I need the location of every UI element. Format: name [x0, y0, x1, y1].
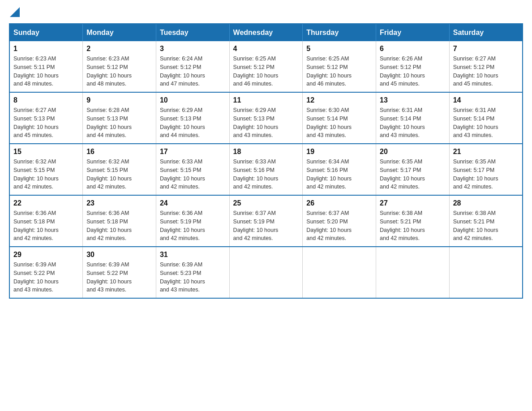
- calendar-week-row: 8 Sunrise: 6:27 AM Sunset: 5:13 PM Dayli…: [9, 92, 523, 144]
- calendar-week-row: 29 Sunrise: 6:39 AM Sunset: 5:22 PM Dayl…: [9, 247, 523, 298]
- calendar-week-row: 22 Sunrise: 6:36 AM Sunset: 5:18 PM Dayl…: [9, 195, 523, 247]
- day-number: 20: [380, 148, 446, 156]
- day-info: Sunrise: 6:31 AM Sunset: 5:14 PM Dayligh…: [380, 106, 446, 140]
- calendar-cell: 3 Sunrise: 6:24 AM Sunset: 5:12 PM Dayli…: [156, 41, 229, 92]
- calendar-cell: 10 Sunrise: 6:29 AM Sunset: 5:13 PM Dayl…: [156, 92, 229, 144]
- calendar-cell: 13 Sunrise: 6:31 AM Sunset: 5:14 PM Dayl…: [376, 92, 450, 144]
- day-number: 17: [160, 148, 226, 156]
- col-header-saturday: Saturday: [449, 24, 523, 41]
- day-number: 24: [160, 199, 226, 207]
- day-info: Sunrise: 6:37 AM Sunset: 5:20 PM Dayligh…: [306, 209, 372, 243]
- calendar-cell: 18 Sunrise: 6:33 AM Sunset: 5:16 PM Dayl…: [229, 144, 303, 195]
- day-info: Sunrise: 6:24 AM Sunset: 5:12 PM Dayligh…: [160, 55, 226, 88]
- day-info: Sunrise: 6:27 AM Sunset: 5:13 PM Dayligh…: [13, 106, 79, 140]
- calendar-cell: 1 Sunrise: 6:23 AM Sunset: 5:11 PM Dayli…: [9, 41, 83, 92]
- calendar-cell: 27 Sunrise: 6:38 AM Sunset: 5:21 PM Dayl…: [376, 195, 450, 247]
- day-info: Sunrise: 6:33 AM Sunset: 5:16 PM Dayligh…: [233, 158, 299, 191]
- calendar-cell: [376, 247, 450, 298]
- calendar-cell: 16 Sunrise: 6:32 AM Sunset: 5:15 PM Dayl…: [83, 144, 156, 195]
- calendar-cell: 14 Sunrise: 6:31 AM Sunset: 5:14 PM Dayl…: [449, 92, 523, 144]
- day-info: Sunrise: 6:38 AM Sunset: 5:21 PM Dayligh…: [453, 209, 519, 243]
- calendar-cell: 2 Sunrise: 6:23 AM Sunset: 5:12 PM Dayli…: [83, 41, 156, 92]
- day-number: 13: [380, 96, 446, 104]
- calendar-cell: 6 Sunrise: 6:26 AM Sunset: 5:12 PM Dayli…: [376, 41, 450, 92]
- calendar-cell: 5 Sunrise: 6:25 AM Sunset: 5:12 PM Dayli…: [303, 41, 376, 92]
- calendar-cell: 21 Sunrise: 6:35 AM Sunset: 5:17 PM Dayl…: [449, 144, 523, 195]
- day-info: Sunrise: 6:27 AM Sunset: 5:12 PM Dayligh…: [453, 55, 519, 88]
- svg-marker-0: [10, 7, 20, 17]
- col-header-wednesday: Wednesday: [229, 24, 303, 41]
- day-number: 7: [453, 45, 519, 53]
- calendar-cell: 17 Sunrise: 6:33 AM Sunset: 5:15 PM Dayl…: [156, 144, 229, 195]
- day-info: Sunrise: 6:35 AM Sunset: 5:17 PM Dayligh…: [380, 158, 446, 191]
- col-header-friday: Friday: [376, 24, 450, 41]
- day-number: 18: [233, 148, 299, 156]
- col-header-monday: Monday: [83, 24, 156, 41]
- day-info: Sunrise: 6:32 AM Sunset: 5:15 PM Dayligh…: [86, 158, 152, 191]
- day-info: Sunrise: 6:29 AM Sunset: 5:13 PM Dayligh…: [160, 106, 226, 140]
- calendar-week-row: 15 Sunrise: 6:32 AM Sunset: 5:15 PM Dayl…: [9, 144, 523, 195]
- calendar-cell: 30 Sunrise: 6:39 AM Sunset: 5:22 PM Dayl…: [83, 247, 156, 298]
- day-number: 12: [306, 96, 372, 104]
- calendar-week-row: 1 Sunrise: 6:23 AM Sunset: 5:11 PM Dayli…: [9, 41, 523, 92]
- day-info: Sunrise: 6:39 AM Sunset: 5:23 PM Dayligh…: [160, 261, 226, 294]
- calendar-cell: 29 Sunrise: 6:39 AM Sunset: 5:22 PM Dayl…: [9, 247, 83, 298]
- day-info: Sunrise: 6:26 AM Sunset: 5:12 PM Dayligh…: [380, 55, 446, 88]
- calendar-cell: 31 Sunrise: 6:39 AM Sunset: 5:23 PM Dayl…: [156, 247, 229, 298]
- day-info: Sunrise: 6:34 AM Sunset: 5:16 PM Dayligh…: [306, 158, 372, 191]
- day-number: 2: [86, 45, 152, 53]
- day-number: 29: [13, 251, 79, 259]
- calendar-cell: 19 Sunrise: 6:34 AM Sunset: 5:16 PM Dayl…: [303, 144, 376, 195]
- col-header-thursday: Thursday: [303, 24, 376, 41]
- day-number: 1: [13, 45, 79, 53]
- day-info: Sunrise: 6:39 AM Sunset: 5:22 PM Dayligh…: [13, 261, 79, 294]
- day-number: 8: [13, 96, 79, 104]
- calendar-cell: 11 Sunrise: 6:29 AM Sunset: 5:13 PM Dayl…: [229, 92, 303, 144]
- day-number: 11: [233, 96, 299, 104]
- day-info: Sunrise: 6:39 AM Sunset: 5:22 PM Dayligh…: [86, 261, 152, 294]
- day-number: 21: [453, 148, 519, 156]
- day-info: Sunrise: 6:25 AM Sunset: 5:12 PM Dayligh…: [306, 55, 372, 88]
- calendar-cell: 15 Sunrise: 6:32 AM Sunset: 5:15 PM Dayl…: [9, 144, 83, 195]
- day-info: Sunrise: 6:25 AM Sunset: 5:12 PM Dayligh…: [233, 55, 299, 88]
- logo: [9, 9, 20, 14]
- day-info: Sunrise: 6:30 AM Sunset: 5:14 PM Dayligh…: [306, 106, 372, 140]
- calendar-cell: 12 Sunrise: 6:30 AM Sunset: 5:14 PM Dayl…: [303, 92, 376, 144]
- day-info: Sunrise: 6:38 AM Sunset: 5:21 PM Dayligh…: [380, 209, 446, 243]
- day-info: Sunrise: 6:36 AM Sunset: 5:19 PM Dayligh…: [160, 209, 226, 243]
- day-number: 23: [86, 199, 152, 207]
- day-info: Sunrise: 6:35 AM Sunset: 5:17 PM Dayligh…: [453, 158, 519, 191]
- calendar-cell: 20 Sunrise: 6:35 AM Sunset: 5:17 PM Dayl…: [376, 144, 450, 195]
- calendar-cell: 23 Sunrise: 6:36 AM Sunset: 5:18 PM Dayl…: [83, 195, 156, 247]
- day-number: 14: [453, 96, 519, 104]
- calendar-cell: 4 Sunrise: 6:25 AM Sunset: 5:12 PM Dayli…: [229, 41, 303, 92]
- day-info: Sunrise: 6:37 AM Sunset: 5:19 PM Dayligh…: [233, 209, 299, 243]
- day-number: 3: [160, 45, 226, 53]
- calendar-cell: 7 Sunrise: 6:27 AM Sunset: 5:12 PM Dayli…: [449, 41, 523, 92]
- day-info: Sunrise: 6:36 AM Sunset: 5:18 PM Dayligh…: [13, 209, 79, 243]
- day-number: 22: [13, 199, 79, 207]
- day-number: 30: [86, 251, 152, 259]
- day-number: 5: [306, 45, 372, 53]
- calendar-cell: 24 Sunrise: 6:36 AM Sunset: 5:19 PM Dayl…: [156, 195, 229, 247]
- day-number: 26: [306, 199, 372, 207]
- calendar-cell: 9 Sunrise: 6:28 AM Sunset: 5:13 PM Dayli…: [83, 92, 156, 144]
- day-number: 16: [86, 148, 152, 156]
- calendar-cell: 22 Sunrise: 6:36 AM Sunset: 5:18 PM Dayl…: [9, 195, 83, 247]
- logo-triangle-icon: [10, 7, 20, 17]
- calendar-cell: 28 Sunrise: 6:38 AM Sunset: 5:21 PM Dayl…: [449, 195, 523, 247]
- day-info: Sunrise: 6:23 AM Sunset: 5:12 PM Dayligh…: [86, 55, 152, 88]
- day-info: Sunrise: 6:23 AM Sunset: 5:11 PM Dayligh…: [13, 55, 79, 88]
- day-number: 19: [306, 148, 372, 156]
- calendar-cell: [303, 247, 376, 298]
- day-number: 10: [160, 96, 226, 104]
- day-info: Sunrise: 6:31 AM Sunset: 5:14 PM Dayligh…: [453, 106, 519, 140]
- day-info: Sunrise: 6:28 AM Sunset: 5:13 PM Dayligh…: [86, 106, 152, 140]
- calendar-header-row: SundayMondayTuesdayWednesdayThursdayFrid…: [9, 24, 523, 41]
- calendar-table: SundayMondayTuesdayWednesdayThursdayFrid…: [9, 23, 523, 299]
- calendar-cell: 25 Sunrise: 6:37 AM Sunset: 5:19 PM Dayl…: [229, 195, 303, 247]
- day-number: 25: [233, 199, 299, 207]
- day-number: 4: [233, 45, 299, 53]
- day-number: 27: [380, 199, 446, 207]
- col-header-tuesday: Tuesday: [156, 24, 229, 41]
